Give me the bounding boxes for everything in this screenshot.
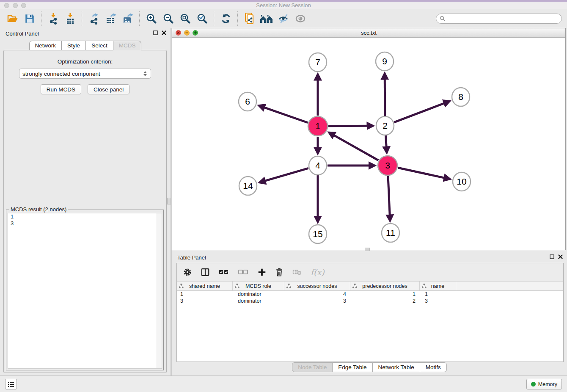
control-panel-tabs: NetworkStyleSelectMCDS (0, 41, 171, 50)
tab-node-table[interactable]: Node Table (292, 362, 333, 372)
mcds-result-title: MCDS result (2 nodes) (9, 206, 68, 213)
node-label-4: 4 (315, 160, 320, 170)
node-label-14: 14 (243, 181, 253, 190)
table-cell: 1 (350, 291, 420, 298)
show-task-history-button[interactable] (5, 379, 17, 389)
deselect-all-rows-icon[interactable] (238, 268, 249, 276)
table-row[interactable]: 3dominator323 (177, 298, 563, 304)
save-session-icon[interactable] (21, 11, 38, 27)
select-all-rows-icon[interactable] (218, 268, 229, 276)
column-header-predecessor-nodes[interactable]: predecessor nodes (350, 282, 420, 290)
main-toolbar (0, 9, 567, 28)
search-field[interactable] (436, 14, 562, 24)
table-cell: 1 (177, 291, 233, 298)
status-bar: Memory (0, 375, 567, 392)
edit-column-icon (179, 284, 184, 288)
delete-table-icon-disabled (292, 268, 302, 276)
tab-style[interactable]: Style (61, 41, 86, 50)
node-label-9: 9 (382, 56, 387, 66)
edit-column-icon (352, 284, 357, 288)
zoom-fit-content-icon[interactable] (177, 11, 194, 27)
mcds-result-items: 13 (8, 213, 162, 227)
export-network-icon[interactable] (85, 11, 102, 27)
mcds-result-item[interactable]: 3 (8, 220, 162, 227)
edge-3-10[interactable] (398, 168, 446, 178)
edge-1-6[interactable] (262, 107, 308, 123)
edge-2-9[interactable] (385, 77, 385, 116)
horizontal-splitter-handle[interactable] (365, 248, 370, 251)
tab-motifs[interactable]: Motifs (420, 362, 447, 372)
table-type-tabs: Node TableEdge TableNetwork TableMotifs (172, 362, 567, 372)
column-header-name[interactable]: name (420, 282, 456, 290)
table-cell: 2 (350, 298, 420, 304)
node-label-7: 7 (315, 57, 320, 67)
mcds-result-group: MCDS result (2 nodes) 13 (6, 210, 164, 370)
node-label-2: 2 (383, 121, 388, 130)
export-image-icon[interactable] (119, 11, 136, 27)
column-header-successor-nodes[interactable]: successor nodes (284, 282, 350, 290)
edge-2-8[interactable] (394, 102, 447, 122)
show-all-icon[interactable] (292, 11, 309, 27)
close-panel-button[interactable]: Close panel (88, 84, 129, 94)
new-network-from-selection-icon[interactable] (241, 11, 258, 27)
run-mcds-button[interactable]: Run MCDS (41, 84, 81, 94)
import-table-from-file-icon[interactable] (62, 11, 79, 27)
network-title: scc.txt (172, 30, 565, 36)
delete-column-trash-icon[interactable] (275, 268, 284, 277)
zoom-in-icon[interactable] (143, 11, 160, 27)
toolbar-separator (41, 11, 42, 26)
zoom-selected-region-icon[interactable] (194, 11, 211, 27)
memory-button[interactable]: Memory (526, 379, 562, 389)
tab-network[interactable]: Network (29, 41, 62, 50)
task-list-icon (8, 381, 14, 387)
create-new-column-icon[interactable] (257, 268, 267, 277)
close-panel-icon[interactable] (162, 30, 166, 35)
zoom-out-icon[interactable] (160, 11, 177, 27)
network-window-titlebar[interactable]: scc.txt (172, 28, 565, 38)
session-title: Session: New Session (0, 2, 567, 8)
mcds-result-item[interactable]: 1 (8, 213, 162, 220)
edge-2-3[interactable] (385, 135, 386, 149)
toolbar-separator (237, 11, 238, 26)
control-panel: Control Panel NetworkStyleSelectMCDS Opt… (0, 28, 171, 376)
result-scrollbar[interactable] (156, 213, 162, 368)
edge-3-1[interactable] (332, 134, 378, 160)
close-panel-icon[interactable] (558, 254, 563, 259)
float-panel-icon[interactable] (153, 30, 158, 35)
criterion-select[interactable]: strongly connected component (19, 69, 151, 79)
column-header-mcds-role[interactable]: MCDS role (233, 282, 284, 290)
node-label-8: 8 (458, 92, 463, 102)
export-table-icon[interactable] (102, 11, 119, 27)
float-panel-icon[interactable] (550, 254, 554, 259)
table-cell: 3 (284, 298, 350, 304)
criterion-selected-value: strongly connected component (22, 71, 143, 77)
table-row[interactable]: 1dominator411 (177, 291, 563, 298)
import-network-from-file-icon[interactable] (45, 11, 62, 27)
network-view-window: scc.txt 7968124314101511 (172, 28, 566, 250)
vertical-splitter-handle[interactable] (167, 198, 171, 204)
network-canvas[interactable]: 7968124314101511 (172, 38, 565, 250)
optimization-criterion-label: Optimization criterion: (4, 58, 166, 65)
tab-edge-table[interactable]: Edge Table (332, 362, 372, 372)
tab-mcds[interactable]: MCDS (113, 41, 142, 50)
tab-select[interactable]: Select (85, 41, 113, 50)
node-label-11: 11 (386, 228, 395, 237)
first-neighbors-of-selected-icon[interactable] (258, 11, 275, 27)
show-column-panel-icon[interactable] (201, 268, 210, 277)
column-header-shared-name[interactable]: shared name (177, 282, 233, 290)
apply-preferred-layout-icon[interactable] (217, 11, 234, 27)
edge-3-11[interactable] (388, 176, 390, 218)
search-input[interactable] (448, 15, 561, 22)
hide-selected-icon[interactable] (275, 11, 292, 27)
mcds-panel: Optimization criterion: strongly connect… (3, 50, 167, 373)
edge-1-2[interactable] (328, 126, 370, 126)
edit-column-icon (422, 284, 427, 288)
table-cell: dominator (233, 298, 284, 304)
table-settings-gear-icon[interactable] (183, 268, 192, 277)
node-label-1: 1 (315, 121, 320, 131)
table-cell: 1 (420, 291, 456, 298)
open-session-icon[interactable] (4, 11, 21, 27)
edit-column-icon (286, 284, 291, 288)
tab-network-table[interactable]: Network Table (372, 362, 420, 372)
edge-4-14[interactable] (263, 168, 308, 182)
